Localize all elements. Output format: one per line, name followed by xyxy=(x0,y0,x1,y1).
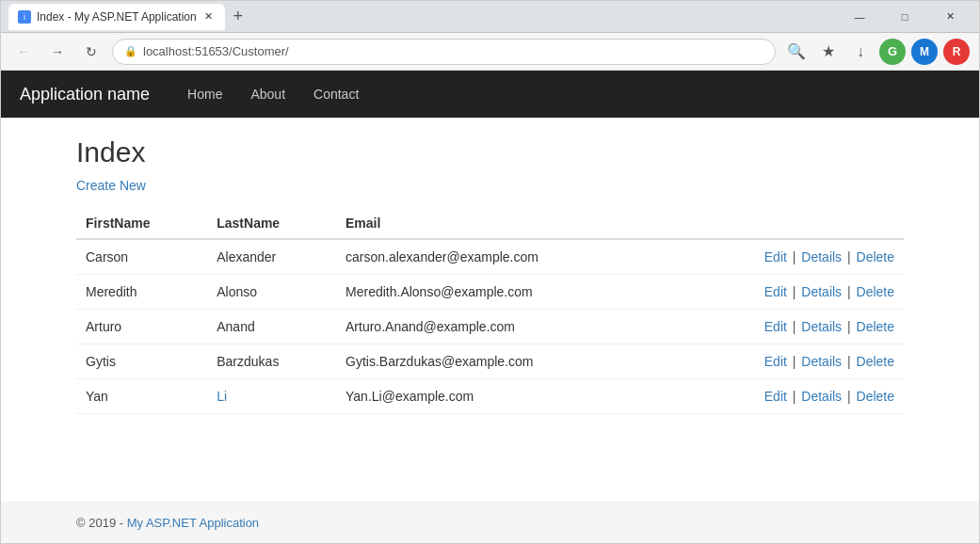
delete-link[interactable]: Delete xyxy=(857,354,894,369)
cell-firstname: Arturo xyxy=(76,310,207,344)
cell-actions: Edit | Details | Delete xyxy=(669,344,904,379)
table-body: CarsonAlexandercarson.alexander@example.… xyxy=(76,239,904,414)
col-header-lastname: LastName xyxy=(207,208,336,239)
cell-lastname: Li xyxy=(207,379,336,414)
action-separator: | xyxy=(843,389,854,404)
nav-link-contact[interactable]: Contact xyxy=(313,82,359,106)
avatar-m[interactable]: M xyxy=(911,39,938,65)
refresh-button[interactable]: ↻ xyxy=(78,39,104,65)
close-button[interactable]: ✕ xyxy=(928,1,972,33)
footer-copyright: © 2019 - xyxy=(76,516,127,530)
table-row: GytisBarzdukasGytis.Barzdukas@example.co… xyxy=(76,344,904,379)
action-separator: | xyxy=(789,284,799,299)
lock-icon: 🔒 xyxy=(124,45,137,57)
cell-actions: Edit | Details | Delete xyxy=(669,379,904,414)
cell-firstname: Yan xyxy=(76,379,207,414)
page-title: Index xyxy=(76,136,904,168)
footer-app-link[interactable]: My ASP.NET Application xyxy=(127,516,259,530)
details-link[interactable]: Details xyxy=(801,284,842,299)
tab-close-button[interactable]: ✕ xyxy=(202,10,216,24)
navbar-brand[interactable]: Application name xyxy=(20,85,150,104)
title-bar: i Index - My ASP.NET Application ✕ + — □… xyxy=(1,1,979,33)
delete-link[interactable]: Delete xyxy=(857,284,894,299)
cell-email: Gytis.Barzdukas@example.com xyxy=(336,344,669,379)
col-header-email: Email xyxy=(336,208,669,239)
details-link[interactable]: Details xyxy=(801,354,842,369)
edit-link[interactable]: Edit xyxy=(764,319,787,334)
footer: © 2019 - My ASP.NET Application xyxy=(1,502,979,543)
delete-link[interactable]: Delete xyxy=(857,389,894,404)
cell-firstname: Carson xyxy=(76,239,207,275)
navbar: Application name Home About Contact xyxy=(1,71,979,118)
table-header: FirstName LastName Email xyxy=(76,208,904,239)
cell-actions: Edit | Details | Delete xyxy=(669,310,904,344)
maximize-button[interactable]: □ xyxy=(883,1,926,33)
bookmark-icon[interactable]: ★ xyxy=(815,39,842,65)
cell-email: Arturo.Anand@example.com xyxy=(336,310,669,344)
search-icon[interactable]: 🔍 xyxy=(783,39,810,65)
cell-email: Meredith.Alonso@example.com xyxy=(336,275,669,310)
cell-email: Yan.Li@example.com xyxy=(336,379,669,414)
action-separator: | xyxy=(843,249,854,264)
tab-strip: i Index - My ASP.NET Application ✕ + xyxy=(8,4,834,30)
cell-firstname: Meredith xyxy=(76,275,207,310)
col-header-actions xyxy=(669,208,904,239)
url-bar[interactable]: 🔒 localhost:51653/Customer/ xyxy=(112,39,776,65)
toolbar-icons: 🔍 ★ ↓ G M R xyxy=(783,39,970,65)
minimize-button[interactable]: — xyxy=(838,1,881,33)
action-separator: | xyxy=(843,284,854,299)
nav-link-home[interactable]: Home xyxy=(187,82,222,106)
edit-link[interactable]: Edit xyxy=(764,284,787,299)
cell-email: carson.alexander@example.com xyxy=(336,239,669,275)
browser-tab[interactable]: i Index - My ASP.NET Application ✕ xyxy=(8,4,225,30)
cell-firstname: Gytis xyxy=(76,344,207,379)
details-link[interactable]: Details xyxy=(801,249,842,264)
avatar-g[interactable]: G xyxy=(879,39,906,65)
delete-link[interactable]: Delete xyxy=(857,249,894,264)
address-bar: ← → ↻ 🔒 localhost:51653/Customer/ 🔍 ★ ↓ … xyxy=(1,33,979,71)
table-row: MeredithAlonsoMeredith.Alonso@example.co… xyxy=(76,275,904,310)
details-link[interactable]: Details xyxy=(801,389,842,404)
customer-table: FirstName LastName Email CarsonAlexander… xyxy=(76,208,904,414)
delete-link[interactable]: Delete xyxy=(857,319,894,334)
url-text: localhost:51653/Customer/ xyxy=(143,44,289,58)
table-row: ArturoAnandArturo.Anand@example.comEdit … xyxy=(76,310,904,344)
cell-lastname: Barzdukas xyxy=(207,344,336,379)
tab-favicon: i xyxy=(18,10,31,24)
edit-link[interactable]: Edit xyxy=(764,249,787,264)
cell-lastname: Anand xyxy=(207,310,336,344)
action-separator: | xyxy=(789,319,799,334)
col-header-firstname: FirstName xyxy=(76,208,207,239)
nav-link-about[interactable]: About xyxy=(250,82,285,106)
cell-actions: Edit | Details | Delete xyxy=(669,239,904,275)
details-link[interactable]: Details xyxy=(801,319,842,334)
avatar-r[interactable]: R xyxy=(943,39,970,65)
tab-title: Index - My ASP.NET Application xyxy=(37,10,197,24)
cell-lastname: Alonso xyxy=(207,275,336,310)
table-row: YanLiYan.Li@example.comEdit | Details | … xyxy=(76,379,904,414)
lastname-link[interactable]: Li xyxy=(217,389,227,404)
window-controls: — □ ✕ xyxy=(838,1,972,33)
cell-lastname: Alexander xyxy=(207,239,336,275)
action-separator: | xyxy=(789,354,799,369)
cell-actions: Edit | Details | Delete xyxy=(669,275,904,310)
action-separator: | xyxy=(843,354,854,369)
browser-window: i Index - My ASP.NET Application ✕ + — □… xyxy=(0,0,980,544)
edit-link[interactable]: Edit xyxy=(764,389,787,404)
page-content: Application name Home About Contact Inde… xyxy=(1,71,979,543)
back-button[interactable]: ← xyxy=(10,39,37,65)
forward-button[interactable]: → xyxy=(44,39,71,65)
main-container: Index Create New FirstName LastName Emai… xyxy=(1,118,979,502)
action-separator: | xyxy=(843,319,854,334)
new-tab-button[interactable]: + xyxy=(225,4,251,30)
action-separator: | xyxy=(789,249,799,264)
action-separator: | xyxy=(789,389,799,404)
create-new-link[interactable]: Create New xyxy=(76,178,146,193)
edit-link[interactable]: Edit xyxy=(764,354,787,369)
table-row: CarsonAlexandercarson.alexander@example.… xyxy=(76,239,904,275)
download-icon[interactable]: ↓ xyxy=(847,39,874,65)
